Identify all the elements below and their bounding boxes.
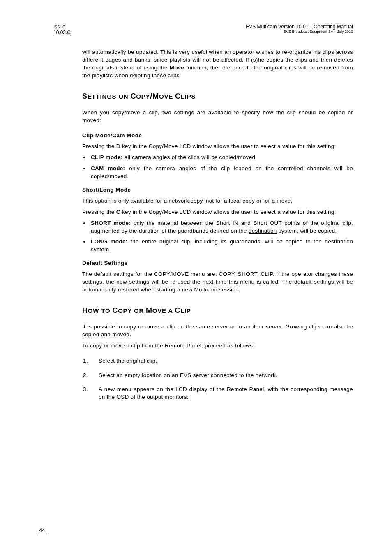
- page-number: 44: [39, 527, 48, 534]
- short-long-mode-heading: Short/Long Mode: [82, 186, 353, 194]
- cap: C: [112, 306, 118, 314]
- text: key in the Copy/Move LCD window allows t…: [120, 209, 336, 215]
- cap: M: [146, 306, 152, 314]
- label: SHORT mode:: [91, 220, 131, 226]
- default-settings-heading: Default Settings: [82, 259, 353, 267]
- issue-number: 10.03.C: [53, 30, 71, 36]
- desc: only the camera angles of the clip loade…: [91, 165, 353, 179]
- t: LIP: [180, 307, 191, 314]
- header-right: EVS Multicam Version 10.01 – Operating M…: [246, 24, 353, 34]
- issue-label: Issue: [53, 24, 71, 30]
- label: CLIP mode:: [91, 154, 123, 160]
- cap: C: [175, 306, 180, 314]
- c-key: C: [116, 209, 120, 215]
- t: LIPS: [181, 93, 196, 100]
- t: OVE: [159, 93, 175, 100]
- cam-mode-item: CAM mode: only the camera angles of the …: [90, 165, 353, 180]
- cap: /M: [150, 92, 159, 100]
- settings-intro: When you copy/move a clip, two settings …: [82, 109, 353, 125]
- t: OVE A: [152, 307, 175, 314]
- label: LONG mode:: [91, 238, 128, 245]
- t: OPY: [136, 93, 150, 100]
- step-3: A new menu appears on the LCD display of…: [90, 386, 353, 401]
- step-2: Select an empty location on an EVS serve…: [90, 372, 353, 379]
- clip-cam-desc: Pressing the D key in the Copy/Move LCD …: [82, 143, 353, 150]
- label: CAM mode:: [91, 165, 125, 171]
- short-long-note: This option is only available for a netw…: [82, 197, 353, 205]
- destination-underline: destination: [249, 228, 277, 234]
- long-mode-item: LONG mode: the entire original clip, inc…: [90, 238, 353, 254]
- page-content: will automatically be updated. This is v…: [82, 49, 353, 401]
- cap: C: [130, 92, 136, 100]
- clip-cam-list: CLIP mode: all camera angles of the clip…: [82, 154, 353, 180]
- settings-heading: SETTINGS ON COPY/MOVE CLIPS: [82, 91, 353, 102]
- cap: C: [175, 92, 181, 100]
- clip-cam-mode-heading: Clip Mode/Cam Mode: [82, 132, 353, 140]
- t: OPY OR: [118, 307, 146, 314]
- short-long-list: SHORT mode: only the material between th…: [82, 220, 353, 254]
- short-long-desc: Pressing the C key in the Copy/Move LCD …: [82, 208, 353, 216]
- cap: H: [82, 306, 88, 314]
- header-left: Issue 10.03.C: [53, 24, 71, 36]
- text: Pressing the: [82, 209, 116, 215]
- clip-mode-item: CLIP mode: all camera angles of the clip…: [90, 154, 353, 162]
- howto-intro: It is possible to copy or move a clip on…: [82, 323, 353, 339]
- intro-paragraph: will automatically be updated. This is v…: [82, 49, 353, 80]
- desc: the entire original clip, including its …: [91, 238, 353, 252]
- manual-title: EVS Multicam Version 10.01 – Operating M…: [246, 24, 353, 30]
- move-keyword: Move: [170, 65, 184, 71]
- company-date: EVS Broadcast Equipment SA – July 2010: [246, 30, 353, 34]
- desc: system, will be copied.: [277, 228, 337, 234]
- howto-proceed: To copy or move a clip from the Remote P…: [82, 342, 353, 350]
- howto-heading: HOW TO COPY OR MOVE A CLIP: [82, 305, 353, 316]
- t: ETTINGS ON: [88, 93, 131, 100]
- page-header: Issue 10.03.C EVS Multicam Version 10.01…: [53, 24, 353, 36]
- short-mode-item: SHORT mode: only the material between th…: [90, 220, 353, 235]
- step-1: Select the original clip.: [90, 357, 353, 365]
- howto-steps: Select the original clip. Select an empt…: [82, 357, 353, 402]
- cap: S: [82, 92, 88, 100]
- t: OW TO: [88, 307, 113, 314]
- default-settings-desc: The default settings for the COPY/MOVE m…: [82, 271, 353, 294]
- desc: all camera angles of the clips will be c…: [123, 154, 257, 160]
